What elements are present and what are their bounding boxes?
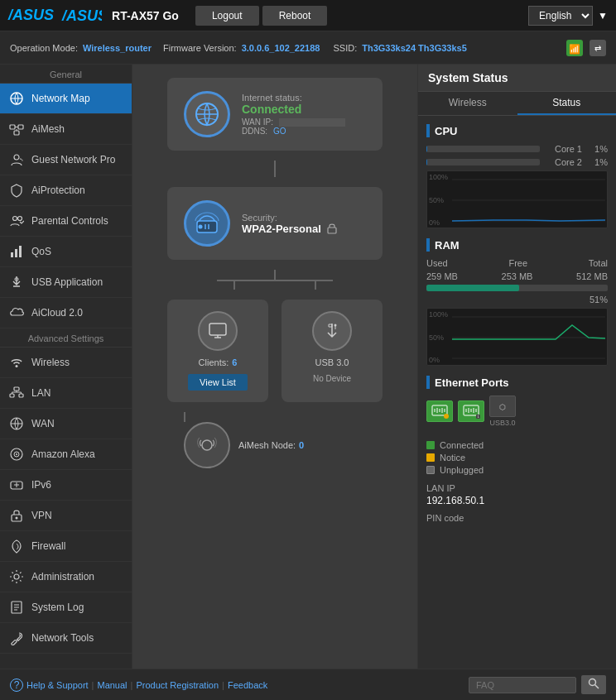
sidebar-item-network-tools[interactable]: Network Tools xyxy=(0,623,132,654)
network-map-icon xyxy=(8,90,25,107)
firewall-icon xyxy=(8,538,25,554)
svg-point-60 xyxy=(590,679,596,686)
internet-status-value: Connected xyxy=(242,103,366,116)
help-support-link[interactable]: Help & Support xyxy=(26,680,89,690)
aimesh-node-icon xyxy=(184,422,230,468)
lan1-port-icon: 1 xyxy=(462,404,480,419)
svg-line-61 xyxy=(595,685,599,689)
tab-wireless[interactable]: Wireless xyxy=(418,92,517,115)
svg-rect-15 xyxy=(19,246,22,257)
sidebar-item-wireless[interactable]: Wireless xyxy=(0,348,132,378)
aimesh-count-row: AiMesh Node: 0 xyxy=(238,440,304,450)
legend-notice: Notice xyxy=(426,453,608,463)
sidebar-item-qos[interactable]: QoS xyxy=(0,237,132,267)
faq-search-button[interactable] xyxy=(581,675,606,694)
sidebar-item-network-map[interactable]: Network Map xyxy=(0,84,132,114)
chart-100-label: 100% xyxy=(429,173,448,181)
administration-label: Administration xyxy=(31,571,94,583)
language-selector[interactable]: English ▼ xyxy=(528,6,608,26)
ram-total-label: Total xyxy=(589,258,608,268)
ram-chart-svg xyxy=(427,309,607,365)
ssid-value: Th3G33ks24 Th3G33ks5 xyxy=(362,43,467,53)
sidebar-item-aiprotection[interactable]: AiProtection xyxy=(0,175,132,206)
svg-text:📶: 📶 xyxy=(569,43,580,55)
share-icon[interactable]: ⇄ xyxy=(590,40,606,56)
view-list-button[interactable]: View List xyxy=(188,374,248,391)
ram-chart-50-label: 50% xyxy=(429,333,444,342)
internet-icon-circle xyxy=(184,91,230,137)
internet-status-box: Internet status: Connected WAN IP: DDNS:… xyxy=(167,78,383,151)
usb-icon xyxy=(320,319,344,343)
sidebar-item-amazon-alexa[interactable]: Amazon Alexa xyxy=(0,439,132,470)
top-bar: /ASUS /ASUS RT-AX57 Go Logout Reboot Eng… xyxy=(0,0,616,31)
top-buttons: Logout Reboot xyxy=(195,6,327,26)
legend-notice-label: Notice xyxy=(440,453,465,463)
svg-rect-34 xyxy=(328,228,336,233)
svg-rect-18 xyxy=(14,387,19,391)
sidebar-item-vpn[interactable]: VPN xyxy=(0,501,132,531)
ddns-link[interactable]: GO xyxy=(273,127,286,136)
sidebar-item-guest-network[interactable]: Guest Network Pro xyxy=(0,145,132,175)
ram-used-value: 259 MB xyxy=(426,271,458,281)
chevron-down-icon: ▼ xyxy=(598,10,608,22)
sidebar-section-advanced: Advanced Settings xyxy=(0,328,132,348)
manual-link[interactable]: Manual xyxy=(97,680,127,690)
svg-point-12 xyxy=(18,217,22,221)
cpu-chart-svg xyxy=(427,171,607,228)
asus-logo-icon: /ASUS xyxy=(60,7,102,25)
eth-label: Ethernet Ports xyxy=(435,376,509,389)
sidebar-item-aimesh[interactable]: AiMesh xyxy=(0,114,132,145)
usb-box: USB 3.0 No Device xyxy=(282,300,383,402)
globe-icon xyxy=(194,101,220,127)
cpu-chart: 100% 50% 0% xyxy=(426,170,608,228)
svg-rect-9 xyxy=(14,131,19,135)
legend-connected: Connected xyxy=(426,440,608,450)
fw-label: Firmware Version: xyxy=(163,43,237,53)
svg-point-28 xyxy=(14,574,19,579)
sidebar-item-firewall[interactable]: Firewall xyxy=(0,531,132,562)
faq-search-input[interactable] xyxy=(469,677,576,693)
sep3: | xyxy=(222,680,224,690)
status-panel-body: CPU Core 1 1% Core 2 1% xyxy=(418,116,616,669)
ram-free-label: Free xyxy=(508,258,527,268)
footer-left: ? Help & Support | Manual | Product Regi… xyxy=(10,678,267,692)
clients-count: 6 xyxy=(232,357,237,367)
model-name: RT-AX57 Go xyxy=(112,9,179,22)
svg-point-33 xyxy=(199,225,203,229)
system-status-title: System Status xyxy=(418,65,616,92)
usb3-port-group: ⬡ USB3.0 xyxy=(489,396,516,427)
feedback-link[interactable]: Feedback xyxy=(228,680,267,690)
wifi-icon[interactable]: 📶 xyxy=(566,40,583,56)
clients-icon-circle xyxy=(198,311,238,351)
sidebar-item-system-log[interactable]: System Log xyxy=(0,592,132,623)
lan-ip-section: LAN IP 192.168.50.1 PIN code xyxy=(426,483,608,523)
network-tools-label: Network Tools xyxy=(31,632,94,644)
product-reg-link[interactable]: Product Registration xyxy=(136,680,219,690)
logout-button[interactable]: Logout xyxy=(195,6,259,26)
usb-device: No Device xyxy=(313,374,351,383)
sidebar-item-parental-controls[interactable]: Parental Controls xyxy=(0,206,132,237)
clients-count-row: Clients: 6 xyxy=(199,357,238,367)
usb3-label: USB3.0 xyxy=(489,419,515,427)
language-dropdown[interactable]: English xyxy=(528,6,593,26)
sidebar-item-administration[interactable]: Administration xyxy=(0,562,132,592)
sidebar-item-usb-application[interactable]: USB Application xyxy=(0,267,132,298)
fw-value: 3.0.0.6_102_22188 xyxy=(242,43,320,53)
aimesh-row: AiMesh Node: 0 xyxy=(184,422,304,468)
search-icon xyxy=(588,678,599,689)
firewall-label: Firewall xyxy=(31,540,65,552)
sidebar-item-ipv6[interactable]: IPv6 xyxy=(0,470,132,501)
tab-status[interactable]: Status xyxy=(517,92,617,115)
svg-rect-13 xyxy=(11,252,13,257)
sidebar-item-wan[interactable]: WAN xyxy=(0,409,132,439)
ssid-label: SSID: xyxy=(333,43,357,53)
sidebar-item-aicloud[interactable]: AiCloud 2.0 xyxy=(0,298,132,328)
bottom-row: Clients: 6 View List USB 3.0 xyxy=(167,300,383,402)
lan1-port-group: 1 xyxy=(458,400,484,422)
ethernet-ports-row: 1 ⬡ USB3.0 xyxy=(426,396,608,427)
router-icon-circle xyxy=(184,200,230,247)
ram-used-label: Used xyxy=(426,258,448,268)
svg-rect-35 xyxy=(209,324,226,335)
reboot-button[interactable]: Reboot xyxy=(262,6,328,26)
sidebar-item-lan[interactable]: LAN xyxy=(0,378,132,409)
